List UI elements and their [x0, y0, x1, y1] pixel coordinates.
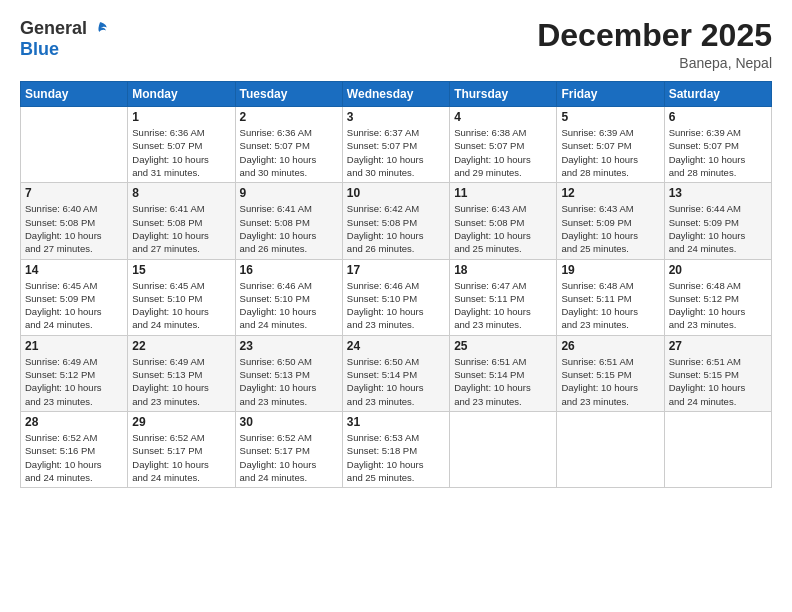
calendar-cell: 24Sunrise: 6:50 AM Sunset: 5:14 PM Dayli… — [342, 335, 449, 411]
page: General Blue December 2025 Banepa, Nepal… — [0, 0, 792, 612]
logo: General Blue — [20, 18, 109, 60]
header: General Blue December 2025 Banepa, Nepal — [20, 18, 772, 71]
calendar-cell: 10Sunrise: 6:42 AM Sunset: 5:08 PM Dayli… — [342, 183, 449, 259]
day-number: 28 — [25, 415, 123, 429]
calendar-cell: 23Sunrise: 6:50 AM Sunset: 5:13 PM Dayli… — [235, 335, 342, 411]
day-header-wednesday: Wednesday — [342, 82, 449, 107]
calendar-cell: 31Sunrise: 6:53 AM Sunset: 5:18 PM Dayli… — [342, 411, 449, 487]
day-info: Sunrise: 6:51 AM Sunset: 5:15 PM Dayligh… — [561, 355, 659, 408]
day-number: 16 — [240, 263, 338, 277]
day-info: Sunrise: 6:49 AM Sunset: 5:13 PM Dayligh… — [132, 355, 230, 408]
day-header-saturday: Saturday — [664, 82, 771, 107]
day-info: Sunrise: 6:51 AM Sunset: 5:14 PM Dayligh… — [454, 355, 552, 408]
day-number: 23 — [240, 339, 338, 353]
calendar-cell: 6Sunrise: 6:39 AM Sunset: 5:07 PM Daylig… — [664, 107, 771, 183]
day-number: 31 — [347, 415, 445, 429]
day-number: 3 — [347, 110, 445, 124]
calendar-cell: 17Sunrise: 6:46 AM Sunset: 5:10 PM Dayli… — [342, 259, 449, 335]
day-info: Sunrise: 6:42 AM Sunset: 5:08 PM Dayligh… — [347, 202, 445, 255]
day-number: 18 — [454, 263, 552, 277]
day-info: Sunrise: 6:41 AM Sunset: 5:08 PM Dayligh… — [132, 202, 230, 255]
calendar-cell: 21Sunrise: 6:49 AM Sunset: 5:12 PM Dayli… — [21, 335, 128, 411]
day-number: 9 — [240, 186, 338, 200]
day-number: 2 — [240, 110, 338, 124]
location: Banepa, Nepal — [537, 55, 772, 71]
day-number: 29 — [132, 415, 230, 429]
day-info: Sunrise: 6:37 AM Sunset: 5:07 PM Dayligh… — [347, 126, 445, 179]
day-number: 19 — [561, 263, 659, 277]
calendar-cell — [21, 107, 128, 183]
logo-blue-text: Blue — [20, 39, 59, 60]
day-info: Sunrise: 6:50 AM Sunset: 5:13 PM Dayligh… — [240, 355, 338, 408]
month-title: December 2025 — [537, 18, 772, 53]
logo-general-text: General — [20, 18, 87, 39]
calendar-cell: 8Sunrise: 6:41 AM Sunset: 5:08 PM Daylig… — [128, 183, 235, 259]
day-info: Sunrise: 6:47 AM Sunset: 5:11 PM Dayligh… — [454, 279, 552, 332]
day-info: Sunrise: 6:38 AM Sunset: 5:07 PM Dayligh… — [454, 126, 552, 179]
calendar-cell: 11Sunrise: 6:43 AM Sunset: 5:08 PM Dayli… — [450, 183, 557, 259]
day-header-tuesday: Tuesday — [235, 82, 342, 107]
week-row-1: 7Sunrise: 6:40 AM Sunset: 5:08 PM Daylig… — [21, 183, 772, 259]
day-number: 1 — [132, 110, 230, 124]
calendar-cell: 4Sunrise: 6:38 AM Sunset: 5:07 PM Daylig… — [450, 107, 557, 183]
day-info: Sunrise: 6:50 AM Sunset: 5:14 PM Dayligh… — [347, 355, 445, 408]
day-info: Sunrise: 6:43 AM Sunset: 5:09 PM Dayligh… — [561, 202, 659, 255]
week-row-2: 14Sunrise: 6:45 AM Sunset: 5:09 PM Dayli… — [21, 259, 772, 335]
day-info: Sunrise: 6:45 AM Sunset: 5:09 PM Dayligh… — [25, 279, 123, 332]
day-info: Sunrise: 6:36 AM Sunset: 5:07 PM Dayligh… — [132, 126, 230, 179]
week-row-4: 28Sunrise: 6:52 AM Sunset: 5:16 PM Dayli… — [21, 411, 772, 487]
calendar-cell: 2Sunrise: 6:36 AM Sunset: 5:07 PM Daylig… — [235, 107, 342, 183]
calendar-cell: 1Sunrise: 6:36 AM Sunset: 5:07 PM Daylig… — [128, 107, 235, 183]
calendar-cell: 29Sunrise: 6:52 AM Sunset: 5:17 PM Dayli… — [128, 411, 235, 487]
day-info: Sunrise: 6:53 AM Sunset: 5:18 PM Dayligh… — [347, 431, 445, 484]
day-number: 24 — [347, 339, 445, 353]
day-number: 26 — [561, 339, 659, 353]
day-number: 10 — [347, 186, 445, 200]
day-info: Sunrise: 6:45 AM Sunset: 5:10 PM Dayligh… — [132, 279, 230, 332]
day-info: Sunrise: 6:39 AM Sunset: 5:07 PM Dayligh… — [561, 126, 659, 179]
calendar-cell: 19Sunrise: 6:48 AM Sunset: 5:11 PM Dayli… — [557, 259, 664, 335]
day-info: Sunrise: 6:44 AM Sunset: 5:09 PM Dayligh… — [669, 202, 767, 255]
calendar-cell: 15Sunrise: 6:45 AM Sunset: 5:10 PM Dayli… — [128, 259, 235, 335]
day-number: 17 — [347, 263, 445, 277]
day-info: Sunrise: 6:41 AM Sunset: 5:08 PM Dayligh… — [240, 202, 338, 255]
day-info: Sunrise: 6:52 AM Sunset: 5:17 PM Dayligh… — [132, 431, 230, 484]
day-number: 27 — [669, 339, 767, 353]
day-info: Sunrise: 6:51 AM Sunset: 5:15 PM Dayligh… — [669, 355, 767, 408]
day-number: 4 — [454, 110, 552, 124]
day-number: 25 — [454, 339, 552, 353]
calendar-cell — [557, 411, 664, 487]
day-info: Sunrise: 6:46 AM Sunset: 5:10 PM Dayligh… — [240, 279, 338, 332]
day-number: 12 — [561, 186, 659, 200]
calendar-cell: 25Sunrise: 6:51 AM Sunset: 5:14 PM Dayli… — [450, 335, 557, 411]
calendar-cell: 13Sunrise: 6:44 AM Sunset: 5:09 PM Dayli… — [664, 183, 771, 259]
calendar-header-row: SundayMondayTuesdayWednesdayThursdayFrid… — [21, 82, 772, 107]
calendar-cell: 18Sunrise: 6:47 AM Sunset: 5:11 PM Dayli… — [450, 259, 557, 335]
calendar-cell: 28Sunrise: 6:52 AM Sunset: 5:16 PM Dayli… — [21, 411, 128, 487]
day-info: Sunrise: 6:36 AM Sunset: 5:07 PM Dayligh… — [240, 126, 338, 179]
calendar-cell: 20Sunrise: 6:48 AM Sunset: 5:12 PM Dayli… — [664, 259, 771, 335]
calendar-cell: 27Sunrise: 6:51 AM Sunset: 5:15 PM Dayli… — [664, 335, 771, 411]
day-info: Sunrise: 6:48 AM Sunset: 5:11 PM Dayligh… — [561, 279, 659, 332]
day-header-friday: Friday — [557, 82, 664, 107]
calendar-cell: 30Sunrise: 6:52 AM Sunset: 5:17 PM Dayli… — [235, 411, 342, 487]
day-number: 22 — [132, 339, 230, 353]
day-number: 6 — [669, 110, 767, 124]
day-header-monday: Monday — [128, 82, 235, 107]
day-number: 20 — [669, 263, 767, 277]
logo-bird-icon — [91, 20, 109, 38]
calendar-cell — [664, 411, 771, 487]
day-number: 5 — [561, 110, 659, 124]
day-info: Sunrise: 6:46 AM Sunset: 5:10 PM Dayligh… — [347, 279, 445, 332]
week-row-3: 21Sunrise: 6:49 AM Sunset: 5:12 PM Dayli… — [21, 335, 772, 411]
day-info: Sunrise: 6:48 AM Sunset: 5:12 PM Dayligh… — [669, 279, 767, 332]
day-number: 30 — [240, 415, 338, 429]
day-header-sunday: Sunday — [21, 82, 128, 107]
day-number: 14 — [25, 263, 123, 277]
calendar-cell: 7Sunrise: 6:40 AM Sunset: 5:08 PM Daylig… — [21, 183, 128, 259]
week-row-0: 1Sunrise: 6:36 AM Sunset: 5:07 PM Daylig… — [21, 107, 772, 183]
day-number: 7 — [25, 186, 123, 200]
day-info: Sunrise: 6:43 AM Sunset: 5:08 PM Dayligh… — [454, 202, 552, 255]
day-info: Sunrise: 6:40 AM Sunset: 5:08 PM Dayligh… — [25, 202, 123, 255]
day-info: Sunrise: 6:52 AM Sunset: 5:16 PM Dayligh… — [25, 431, 123, 484]
